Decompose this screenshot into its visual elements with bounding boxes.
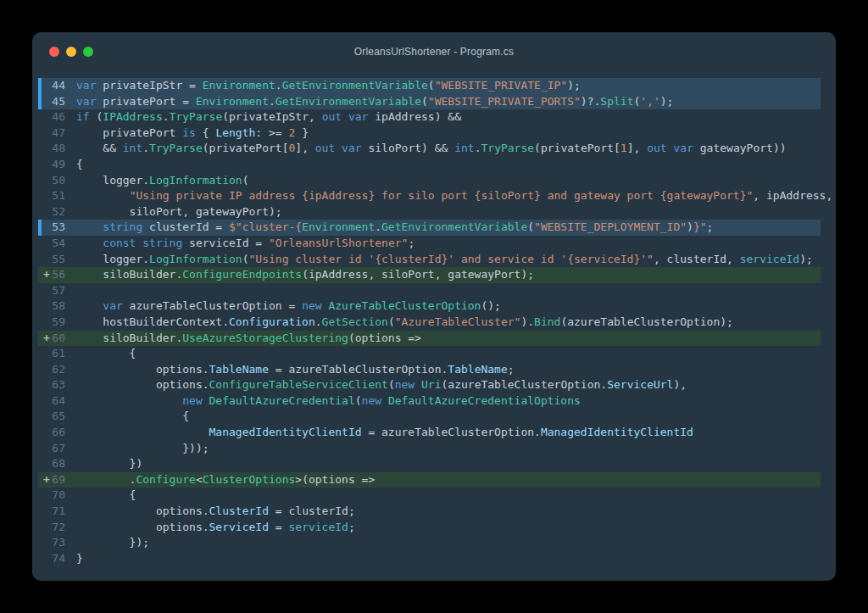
line-accent-bar — [38, 520, 42, 536]
code-line[interactable]: 61 { — [38, 346, 821, 362]
zoom-button[interactable] — [83, 47, 93, 57]
code-line[interactable]: 66 ManagedIdentityClientId = azureTableC… — [38, 425, 821, 441]
minimize-button[interactable] — [66, 47, 76, 57]
code-text: logger.LogInformation( — [76, 173, 821, 189]
code-text: options.ConfigureTableServiceClient(new … — [76, 377, 821, 393]
code-text: options.ServiceId = serviceId; — [76, 520, 821, 536]
line-accent-bar — [38, 346, 42, 362]
line-number[interactable]: 61 — [52, 346, 65, 362]
code-line[interactable]: 46if (IPAddress.TryParse(privateIpStr, o… — [38, 109, 821, 125]
code-line[interactable]: 49{ — [38, 157, 821, 173]
code-text: } — [76, 551, 821, 567]
line-number[interactable]: 74 — [52, 551, 65, 567]
line-accent-bar — [38, 551, 42, 567]
line-number[interactable]: 65 — [52, 409, 65, 425]
line-number[interactable]: 69 — [52, 472, 65, 488]
code-line[interactable]: 48 && int.TryParse(privatePort[0], out v… — [38, 141, 821, 157]
code-line[interactable]: 53 string clusterId = $"cluster-{Environ… — [38, 220, 821, 236]
code-text: logger.LogInformation("Using cluster id … — [76, 252, 821, 268]
line-number[interactable]: 53 — [52, 220, 65, 236]
line-accent-bar — [38, 188, 42, 204]
line-accent-bar — [38, 157, 42, 173]
line-number[interactable]: 63 — [52, 377, 65, 393]
code-line[interactable]: 51 "Using private IP address {ipAddress}… — [38, 188, 821, 204]
code-text: const string serviceId = "OrleansUrlShor… — [76, 236, 821, 252]
line-number[interactable]: 51 — [52, 188, 65, 204]
line-number[interactable]: 67 — [52, 441, 65, 457]
line-number[interactable]: 64 — [52, 393, 65, 410]
line-number[interactable]: 73 — [52, 535, 65, 551]
line-number[interactable]: 45 — [52, 94, 65, 110]
code-line[interactable]: 65 { — [38, 409, 821, 425]
line-number[interactable]: 44 — [52, 78, 65, 94]
line-number[interactable]: 60 — [52, 331, 65, 347]
line-accent-bar — [38, 125, 42, 142]
code-line[interactable]: 52 siloPort, gatewayPort); — [38, 204, 821, 220]
line-accent-bar — [38, 377, 42, 393]
code-line[interactable]: 55 logger.LogInformation("Using cluster … — [38, 252, 821, 268]
window-titlebar[interactable]: OrleansUrlShortener - Program.cs — [32, 32, 836, 71]
line-number[interactable]: 56 — [52, 267, 65, 283]
code-text: new DefaultAzureCredential(new DefaultAz… — [76, 393, 821, 410]
line-number[interactable]: 46 — [52, 109, 65, 125]
close-button[interactable] — [49, 47, 59, 57]
line-accent-bar — [38, 456, 42, 472]
code-line[interactable]: +56 siloBuilder.ConfigureEndpoints(ipAdd… — [38, 267, 821, 283]
code-line[interactable]: 47 privatePort is { Length: >= 2 } — [38, 125, 821, 142]
diff-added-marker: + — [42, 331, 52, 347]
line-accent-bar — [38, 298, 42, 315]
line-accent-bar — [38, 425, 42, 441]
line-accent-bar — [38, 362, 42, 378]
code-line[interactable]: 73 }); — [38, 535, 821, 551]
line-number[interactable]: 70 — [52, 488, 65, 504]
code-line[interactable]: +60 siloBuilder.UseAzureStorageClusterin… — [38, 331, 821, 347]
code-line[interactable]: 72 options.ServiceId = serviceId; — [38, 520, 821, 536]
code-line[interactable]: 70 { — [38, 488, 821, 504]
code-text: .Configure<ClusterOptions>(options => — [76, 472, 821, 488]
line-accent-bar — [38, 94, 42, 110]
code-text: var privateIpStr = Environment.GetEnviro… — [76, 78, 821, 94]
line-number[interactable]: 62 — [52, 362, 65, 378]
line-number[interactable]: 68 — [52, 456, 65, 472]
code-line[interactable]: 64 new DefaultAzureCredential(new Defaul… — [38, 393, 821, 410]
line-number[interactable]: 50 — [52, 173, 65, 189]
line-number[interactable]: 48 — [52, 141, 65, 157]
code-text: if (IPAddress.TryParse(privateIpStr, out… — [76, 109, 821, 125]
code-line[interactable]: 45var privatePort = Environment.GetEnvir… — [38, 94, 821, 110]
code-line[interactable]: 59 hostBuilderContext.Configuration.GetS… — [38, 315, 821, 331]
line-number[interactable]: 71 — [52, 504, 65, 520]
line-number[interactable]: 66 — [52, 425, 65, 441]
code-line[interactable]: +69 .Configure<ClusterOptions>(options =… — [38, 472, 821, 488]
line-accent-bar — [38, 236, 42, 252]
code-line[interactable]: 54 const string serviceId = "OrleansUrlS… — [38, 236, 821, 252]
line-number[interactable]: 49 — [52, 157, 65, 173]
line-accent-bar — [38, 393, 42, 410]
code-line[interactable]: 68 }) — [38, 456, 821, 472]
code-line[interactable]: 62 options.TableName = azureTableCluster… — [38, 362, 821, 378]
diff-added-marker: + — [42, 472, 52, 488]
line-number[interactable]: 72 — [52, 520, 65, 536]
window-title: OrleansUrlShortener - Program.cs — [354, 46, 514, 58]
line-number[interactable]: 58 — [52, 298, 65, 315]
line-accent-bar — [38, 173, 42, 189]
line-number[interactable]: 47 — [52, 125, 65, 142]
code-line[interactable]: 67 })); — [38, 441, 821, 457]
code-line[interactable]: 50 logger.LogInformation( — [38, 173, 821, 189]
window-controls — [49, 32, 93, 71]
line-number[interactable]: 57 — [52, 283, 65, 299]
code-line[interactable]: 74} — [38, 551, 821, 567]
code-line[interactable]: 44var privateIpStr = Environment.GetEnvi… — [38, 78, 821, 94]
code-area[interactable]: 44var privateIpStr = Environment.GetEnvi… — [32, 71, 836, 580]
line-number[interactable]: 54 — [52, 236, 65, 252]
code-text: "Using private IP address {ipAddress} fo… — [76, 188, 832, 204]
code-text: hostBuilderContext.Configuration.GetSect… — [76, 315, 821, 331]
line-number[interactable]: 52 — [52, 204, 65, 220]
code-line[interactable]: 71 options.ClusterId = clusterId; — [38, 504, 821, 520]
code-text: options.ClusterId = clusterId; — [76, 504, 821, 520]
code-line[interactable]: 57 — [38, 283, 821, 299]
line-number[interactable]: 59 — [52, 315, 65, 331]
code-line[interactable]: 58 var azureTableClusterOption = new Azu… — [38, 298, 821, 315]
code-line[interactable]: 63 options.ConfigureTableServiceClient(n… — [38, 377, 821, 393]
line-number[interactable]: 55 — [52, 252, 65, 268]
diff-added-marker: + — [42, 267, 52, 283]
